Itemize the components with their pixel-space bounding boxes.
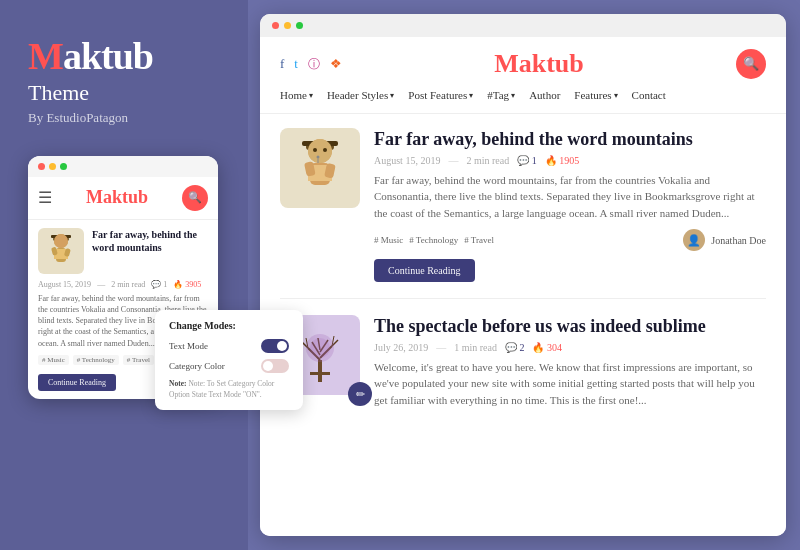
posts-area: Far far away, behind the word mountains … — [260, 114, 786, 462]
sep1: — — [97, 280, 105, 289]
continue-button-1[interactable]: Continue Reading — [374, 259, 475, 282]
brand-title: Maktub — [28, 36, 220, 78]
toggle-knob — [277, 341, 287, 351]
blog-logo-rest: aktub — [519, 49, 584, 78]
mobile-continue-button[interactable]: Continue Reading — [38, 374, 116, 391]
nav-header-styles[interactable]: Header Styles ▾ — [327, 89, 394, 101]
mobile-read-time: 2 min read — [111, 280, 145, 289]
text-mode-toggle[interactable] — [261, 339, 289, 353]
mobile-likes: 🔥 3905 — [173, 280, 201, 289]
popup-note: Note: Note: To Set Category Color Option… — [169, 379, 289, 400]
mobile-tag-music: # Music — [38, 355, 69, 365]
post-read-time-1: 2 min read — [466, 155, 509, 166]
mobile-tag-technology: # Technology — [73, 355, 119, 365]
facebook-icon[interactable]: f — [280, 56, 284, 72]
mobile-post-meta: August 15, 2019 — 2 min read 💬 1 🔥 3905 — [38, 280, 208, 289]
post-title-1: Far far away, behind the word mountains — [374, 128, 766, 151]
post-meta-1: August 15, 2019 — 2 min read 💬 1 🔥 1905 — [374, 155, 766, 166]
post-chevron: ▾ — [469, 91, 473, 100]
rss-icon[interactable]: ❖ — [330, 56, 342, 72]
browser-dot-green — [296, 22, 303, 29]
post-tag-travel-1: # Travel — [464, 235, 494, 245]
blog-nav: Home ▾ Header Styles ▾ Post Features ▾ #… — [280, 89, 766, 101]
popup-row-text-mode: Text Mode — [169, 339, 289, 353]
mobile-header: ☰ Maktub 🔍 — [28, 177, 218, 220]
browser-dot-yellow — [284, 22, 291, 29]
post-footer-1: # Music # Technology # Travel 👤 Jonathan… — [374, 229, 766, 251]
nav-home[interactable]: Home ▾ — [280, 89, 313, 101]
pencil-icon[interactable]: ✏ — [348, 382, 372, 406]
social-icons: f t ⓘ ❖ — [280, 56, 342, 73]
post-read-time-2: 1 min read — [454, 342, 497, 353]
mobile-search-button[interactable]: 🔍 — [182, 185, 208, 211]
post-body-2: The spectacle before us was indeed subli… — [374, 315, 766, 416]
blog-header-top: f t ⓘ ❖ Maktub 🔍 — [280, 49, 766, 79]
blog-logo-m: M — [494, 49, 519, 78]
nav-author[interactable]: Author — [529, 89, 560, 101]
browser-content: f t ⓘ ❖ Maktub 🔍 Home ▾ Header Styles ▾ … — [260, 37, 786, 536]
hamburger-icon[interactable]: ☰ — [38, 188, 52, 207]
author-info-1: 👤 Jonathan Doe — [683, 229, 766, 251]
nav-tag[interactable]: #Tag ▾ — [487, 89, 515, 101]
mobile-post-title: Far far away, behind the word mountains — [92, 228, 208, 254]
post-thumb-1 — [280, 128, 360, 208]
mobile-top-bar — [28, 156, 218, 177]
post-card-1: Far far away, behind the word mountains … — [280, 128, 766, 299]
right-panel: f t ⓘ ❖ Maktub 🔍 Home ▾ Header Styles ▾ … — [248, 0, 800, 550]
svg-point-12 — [313, 148, 317, 152]
post-body-1: Far far away, behind the word mountains … — [374, 128, 766, 282]
brand-block: Maktub Theme By EstudioPatagon — [28, 36, 220, 126]
blog-header: f t ⓘ ❖ Maktub 🔍 Home ▾ Header Styles ▾ … — [260, 37, 786, 114]
category-color-toggle[interactable] — [261, 359, 289, 373]
svg-point-32 — [310, 338, 330, 358]
mobile-post-date: August 15, 2019 — [38, 280, 91, 289]
toggle-knob-2 — [263, 361, 273, 371]
features-chevron: ▾ — [614, 91, 618, 100]
blog-search-button[interactable]: 🔍 — [736, 49, 766, 79]
mobile-post-text: Far far away, behind the word mountains — [92, 228, 208, 254]
browser-dot-red — [272, 22, 279, 29]
mobile-logo-m: M — [86, 187, 103, 207]
browser-top-bar — [260, 14, 786, 37]
svg-point-3 — [54, 234, 68, 248]
post-likes-2: 🔥 304 — [532, 342, 562, 353]
brand-subtitle: Theme — [28, 80, 220, 106]
post-date-1: August 15, 2019 — [374, 155, 440, 166]
instagram-icon[interactable]: ⓘ — [308, 56, 320, 73]
post-likes-1: 🔥 1905 — [545, 155, 580, 166]
mobile-post-thumb — [38, 228, 84, 274]
mobile-logo: Maktub — [86, 187, 148, 208]
post-date-2: July 26, 2019 — [374, 342, 428, 353]
mobile-post-card: Far far away, behind the word mountains — [38, 228, 208, 274]
post-title-2: The spectacle before us was indeed subli… — [374, 315, 766, 338]
sep-2: — — [436, 342, 446, 353]
nav-contact[interactable]: Contact — [632, 89, 666, 101]
brand-name-rest: aktub — [63, 35, 153, 77]
browser-window: f t ⓘ ❖ Maktub 🔍 Home ▾ Header Styles ▾ … — [260, 14, 786, 536]
mobile-logo-rest: aktub — [103, 187, 148, 207]
popup-change-modes: Change Modes: Text Mode Category Color N… — [155, 310, 303, 410]
post-card-2: The spectacle before us was indeed subli… — [280, 315, 766, 432]
twitter-icon[interactable]: t — [294, 56, 298, 72]
blog-logo: Maktub — [494, 49, 584, 79]
home-chevron: ▾ — [309, 91, 313, 100]
svg-point-11 — [308, 139, 332, 163]
post-tags-1: # Music # Technology # Travel — [374, 235, 494, 245]
mobile-tag-travel: # Travel — [123, 355, 154, 365]
nav-features[interactable]: Features ▾ — [574, 89, 617, 101]
dot-red — [38, 163, 45, 170]
post-tag-tech-1: # Technology — [409, 235, 458, 245]
brand-m: M — [28, 35, 63, 77]
post-excerpt-1: Far far away, behind the word mountains,… — [374, 172, 766, 222]
nav-post-features[interactable]: Post Features ▾ — [408, 89, 473, 101]
svg-rect-21 — [310, 372, 330, 375]
svg-point-18 — [317, 156, 320, 159]
post-excerpt-2: Welcome, it's great to have you here. We… — [374, 359, 766, 409]
post-illustration-1 — [290, 133, 350, 203]
dot-green — [60, 163, 67, 170]
svg-rect-20 — [318, 360, 322, 382]
popup-title: Change Modes: — [169, 320, 289, 331]
header-chevron: ▾ — [390, 91, 394, 100]
left-panel: Maktub Theme By EstudioPatagon ☰ Maktub … — [0, 0, 248, 550]
svg-rect-6 — [51, 247, 58, 256]
